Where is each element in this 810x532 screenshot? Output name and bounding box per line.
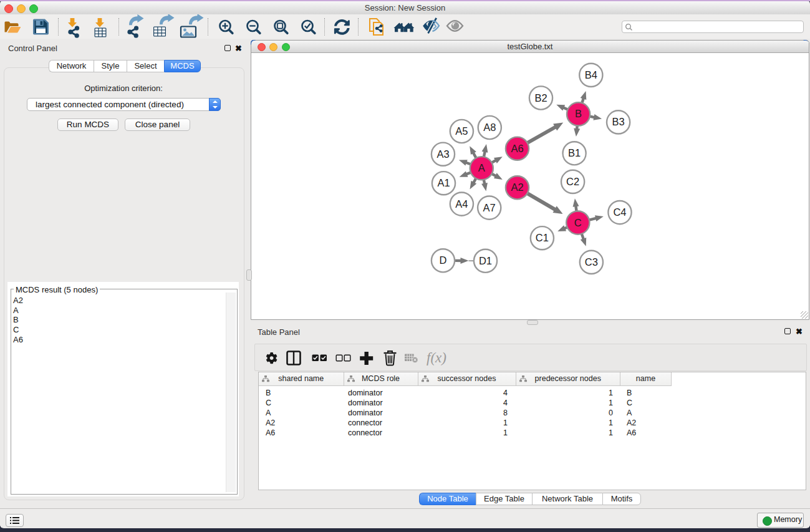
svg-text:A: A xyxy=(478,162,485,173)
svg-text:B3: B3 xyxy=(612,116,625,127)
svg-text:A2: A2 xyxy=(511,181,523,193)
svg-text:B: B xyxy=(575,108,582,119)
svg-text:A3: A3 xyxy=(436,148,449,160)
svg-text:B2: B2 xyxy=(534,92,547,104)
svg-text:D1: D1 xyxy=(479,255,492,266)
svg-text:A1: A1 xyxy=(437,177,450,188)
svg-text:C: C xyxy=(574,217,582,228)
svg-text:f(x): f(x) xyxy=(427,350,446,365)
svg-text:B4: B4 xyxy=(585,69,597,80)
svg-text:C3: C3 xyxy=(585,256,598,268)
svg-text:D: D xyxy=(440,254,447,266)
svg-text:A5: A5 xyxy=(455,125,468,137)
svg-text:C1: C1 xyxy=(536,232,549,243)
svg-text:A7: A7 xyxy=(483,202,496,213)
svg-text:A8: A8 xyxy=(483,122,496,133)
svg-text:A6: A6 xyxy=(511,143,523,154)
svg-text:C4: C4 xyxy=(613,206,626,218)
svg-text:B1: B1 xyxy=(568,147,581,158)
svg-text:A4: A4 xyxy=(455,198,468,210)
svg-text:C2: C2 xyxy=(566,176,579,187)
